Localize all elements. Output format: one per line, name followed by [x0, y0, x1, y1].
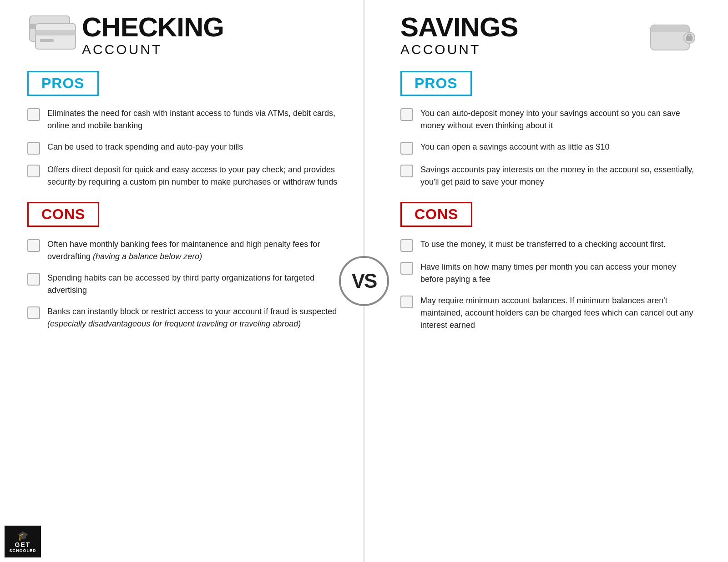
checking-pros-badge: PROS: [27, 71, 99, 96]
savings-title-main: SAVINGS: [400, 14, 646, 41]
item-text: Spending habits can be accessed by third…: [47, 272, 341, 296]
checkbox: [400, 142, 413, 155]
checking-header: CHECKING ACCOUNT: [27, 14, 341, 57]
item-text: You can open a savings account with as l…: [420, 141, 701, 153]
list-item: You can open a savings account with as l…: [400, 141, 701, 155]
savings-cons-badge: CONS: [400, 202, 472, 227]
item-text: Can be used to track spending and auto-p…: [47, 141, 341, 153]
list-item: May require minimum account balances. If…: [400, 295, 701, 331]
item-text: Savings accounts pay interests on the mo…: [420, 164, 701, 188]
svg-rect-3: [35, 30, 76, 35]
list-item: You can auto-deposit money into your sav…: [400, 107, 701, 132]
list-item: Eliminates the need for cash with instan…: [27, 107, 341, 132]
item-text: Often have monthly banking fees for main…: [47, 238, 341, 263]
logo-icon: 🎓: [17, 530, 29, 541]
checkbox: [400, 262, 413, 275]
checkbox: [27, 239, 40, 252]
checkbox: [400, 108, 413, 121]
savings-title-sub: ACCOUNT: [400, 42, 646, 57]
savings-pros-badge: PROS: [400, 71, 472, 96]
checkbox: [400, 239, 413, 252]
list-item: To use the money, it must be transferred…: [400, 238, 701, 252]
item-text: To use the money, it must be transferred…: [420, 238, 701, 251]
checkbox: [27, 165, 40, 177]
item-text: Banks can instantly block or restrict ac…: [47, 306, 341, 330]
savings-header: SAVINGS ACCOUNT: [400, 14, 701, 57]
list-item: Can be used to track spending and auto-p…: [27, 141, 341, 155]
item-text: Eliminates the need for cash with instan…: [47, 107, 341, 132]
checkbox: [27, 306, 40, 319]
checking-cons-badge: CONS: [27, 202, 99, 227]
checking-title-area: CHECKING ACCOUNT: [82, 14, 341, 57]
checking-title-sub: ACCOUNT: [82, 42, 341, 57]
checkbox: [27, 108, 40, 121]
logo-schooled-text: SCHOOLED: [9, 548, 36, 553]
list-item: Savings accounts pay interests on the mo…: [400, 164, 701, 188]
logo-get-text: GET: [15, 541, 31, 548]
checking-title-main: CHECKING: [82, 14, 341, 41]
savings-pros-list: You can auto-deposit money into your sav…: [400, 107, 701, 188]
vs-label: VS: [352, 270, 377, 292]
list-item: Banks can instantly block or restrict ac…: [27, 306, 341, 330]
vs-circle: VS: [339, 256, 389, 306]
main-container: VS CHECKING ACCOUNT PROS: [0, 0, 728, 562]
list-item: Spending habits can be accessed by third…: [27, 272, 341, 296]
svg-rect-2: [35, 24, 76, 49]
item-text: You can auto-deposit money into your sav…: [420, 107, 701, 132]
checking-panel: CHECKING ACCOUNT PROS Eliminates the nee…: [0, 0, 364, 562]
checkbox: [400, 165, 413, 177]
list-item: Often have monthly banking fees for main…: [27, 238, 341, 263]
svg-rect-4: [40, 39, 54, 42]
card-icon: [27, 14, 82, 50]
checkbox: [27, 142, 40, 155]
savings-cons-list: To use the money, it must be transferred…: [400, 238, 701, 331]
checking-cons-list: Often have monthly banking fees for main…: [27, 238, 341, 330]
savings-title-area: SAVINGS ACCOUNT: [400, 14, 646, 57]
list-item: Offers direct deposit for quick and easy…: [27, 164, 341, 188]
list-item: Have limits on how many times per month …: [400, 261, 701, 286]
checkbox: [27, 273, 40, 286]
savings-panel: SAVINGS ACCOUNT P: [364, 0, 728, 562]
svg-rect-8: [686, 36, 693, 41]
item-text: Offers direct deposit for quick and easy…: [47, 164, 341, 188]
checking-pros-list: Eliminates the need for cash with instan…: [27, 107, 341, 188]
item-text: Have limits on how many times per month …: [420, 261, 701, 286]
wallet-icon: [646, 14, 701, 56]
item-text: May require minimum account balances. If…: [420, 295, 701, 331]
logo-area: 🎓 GET SCHOOLED: [5, 526, 41, 557]
checkbox: [400, 296, 413, 308]
